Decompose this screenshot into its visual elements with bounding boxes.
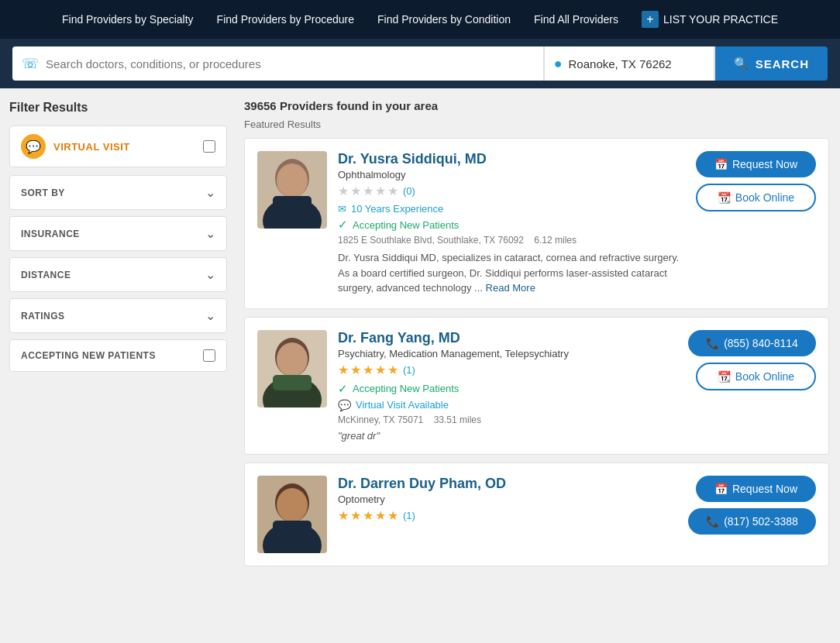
email-icon-1: ✉ — [338, 203, 346, 215]
main-layout: Filter Results 💬 VIRTUAL VISIT SORT BY ⌄… — [0, 88, 840, 643]
book-online-button-2[interactable]: 📆 Book Online — [696, 363, 816, 390]
provider-name-1[interactable]: Dr. Yusra Siddiqui, MD — [338, 151, 681, 167]
accepting-checkbox[interactable] — [203, 349, 215, 362]
star-4: ★ — [375, 184, 386, 198]
nav-find-condition[interactable]: Find Providers by Condition — [377, 13, 511, 26]
star-1: ★ — [338, 363, 349, 377]
provider-actions-1: 📅 Request Now 📆 Book Online — [692, 151, 816, 296]
check-icon-2: ✓ — [338, 382, 348, 396]
star-3: ★ — [363, 184, 374, 198]
star-1: ★ — [338, 508, 349, 523]
star-3: ★ — [363, 363, 374, 377]
insurance-label: INSURANCE — [21, 229, 80, 239]
calendar-check-icon-2: 📆 — [718, 370, 731, 383]
nav-find-specialty[interactable]: Find Providers by Specialty — [62, 13, 194, 26]
star-2: ★ — [350, 508, 361, 523]
accepting-badge-2: ✓ Accepting New Patients — [338, 382, 677, 396]
provider-info-3: Dr. Darren Duy Pham, OD Optometry ★ ★ ★ … — [338, 476, 677, 553]
provider-specialty-1: Ophthalmology — [338, 169, 681, 181]
star-2: ★ — [350, 184, 361, 198]
request-now-button-3[interactable]: 📅 Request Now — [696, 476, 816, 502]
book-online-button-1[interactable]: 📆 Book Online — [696, 184, 816, 211]
read-more-1[interactable]: ... Read More — [474, 282, 535, 294]
review-count-2: (1) — [403, 364, 415, 376]
provider-card-1: Dr. Yusra Siddiqui, MD Ophthalmology ★ ★… — [244, 138, 829, 309]
provider-stars-3: ★ ★ ★ ★ ★ (1) — [338, 508, 677, 523]
filter-distance[interactable]: DISTANCE ⌄ — [9, 257, 227, 292]
insurance-chevron-icon: ⌄ — [205, 226, 215, 241]
provider-photo-3 — [257, 476, 327, 553]
provider-quote-2: "great dr" — [338, 430, 677, 442]
calendar-icon-1: 📅 — [714, 158, 728, 170]
filter-virtual-visit[interactable]: 💬 VIRTUAL VISIT — [9, 126, 227, 167]
provider-photo-1 — [257, 151, 327, 229]
location-pin-icon: ● — [554, 56, 563, 72]
star-3: ★ — [363, 508, 374, 523]
virtual-text-2: Virtual Visit Available — [356, 399, 449, 411]
location-input[interactable] — [569, 57, 704, 70]
calendar-check-icon-1: 📆 — [718, 191, 731, 204]
svg-point-7 — [277, 342, 308, 377]
provider-info-1: Dr. Yusra Siddiqui, MD Ophthalmology ★ ★… — [338, 151, 681, 296]
request-now-button-1[interactable]: 📅 Request Now — [696, 151, 816, 177]
filter-accepting-new-patients: ACCEPTING NEW PATIENTS — [9, 339, 227, 372]
phone-icon-3: 📞 — [706, 515, 719, 528]
nav-find-all[interactable]: Find All Providers — [534, 13, 618, 26]
provider-photo-2 — [257, 330, 327, 407]
star-4: ★ — [375, 508, 386, 523]
search-icon: 🔍 — [734, 57, 749, 70]
filter-title: Filter Results — [9, 101, 227, 115]
filter-ratings[interactable]: RATINGS ⌄ — [9, 298, 227, 333]
phone-button-3[interactable]: 📞 (817) 502-3388 — [688, 508, 816, 535]
ratings-label: RATINGS — [21, 311, 65, 322]
review-count-3: (1) — [403, 510, 415, 521]
provider-name-3[interactable]: Dr. Darren Duy Pham, OD — [338, 476, 677, 492]
experience-badge-1: ✉ 10 Years Experience — [338, 203, 681, 215]
provider-specialty-2: Psychiatry, Medication Management, Telep… — [338, 348, 677, 359]
nav-list-practice[interactable]: + LIST YOUR PRACTICE — [642, 11, 778, 28]
results-count: 39656 Providers found in your area — [244, 99, 829, 112]
virtual-badge-2: 💬 Virtual Visit Available — [338, 399, 677, 411]
virtual-visit-icon: 💬 — [21, 134, 46, 159]
phone-button-2[interactable]: 📞 (855) 840-8114 — [688, 330, 816, 356]
provider-address-2: McKinney, TX 75071 33.51 miles — [338, 414, 677, 425]
results-area: 39656 Providers found in your area Featu… — [236, 88, 840, 643]
filter-insurance[interactable]: INSURANCE ⌄ — [9, 216, 227, 251]
location-wrap: ● — [545, 46, 715, 81]
search-button[interactable]: 🔍 SEARCH — [715, 46, 828, 81]
distance-1: 6.12 miles — [534, 235, 577, 246]
accepting-text-2: Accepting New Patients — [353, 383, 459, 394]
review-count-1: (0) — [403, 185, 415, 197]
featured-label: Featured Results — [244, 119, 829, 130]
star-5: ★ — [387, 363, 398, 377]
svg-rect-14 — [273, 521, 312, 536]
sidebar: Filter Results 💬 VIRTUAL VISIT SORT BY ⌄… — [0, 88, 236, 643]
star-5: ★ — [387, 508, 398, 523]
experience-text-1: 10 Years Experience — [351, 203, 443, 215]
svg-point-12 — [277, 488, 308, 522]
search-input[interactable] — [46, 57, 534, 70]
check-icon-1: ✓ — [338, 218, 348, 232]
svg-rect-9 — [273, 375, 312, 390]
phone-icon-2: 📞 — [706, 337, 719, 349]
accepting-label: ACCEPTING NEW PATIENTS — [21, 350, 156, 361]
distance-2: 33.51 miles — [434, 414, 481, 425]
star-2: ★ — [350, 363, 361, 377]
filter-sort-by[interactable]: SORT BY ⌄ — [9, 175, 227, 210]
star-4: ★ — [375, 363, 386, 377]
top-navigation: Find Providers by Specialty Find Provide… — [0, 0, 840, 39]
plus-icon: + — [642, 11, 659, 28]
nav-find-procedure[interactable]: Find Providers by Procedure — [217, 13, 354, 26]
provider-card-3: Dr. Darren Duy Pham, OD Optometry ★ ★ ★ … — [244, 462, 829, 566]
virtual-visit-label: VIRTUAL VISIT — [53, 141, 195, 153]
star-5: ★ — [387, 184, 398, 198]
calendar-icon-3: 📅 — [714, 483, 728, 495]
provider-name-2[interactable]: Dr. Fang Yang, MD — [338, 330, 677, 346]
provider-desc-1: Dr. Yusra Siddiqui MD, specializes in ca… — [338, 250, 681, 296]
distance-chevron-icon: ⌄ — [205, 267, 215, 282]
virtual-visit-checkbox[interactable] — [203, 140, 215, 153]
provider-actions-3: 📅 Request Now 📞 (817) 502-3388 — [688, 476, 816, 553]
ratings-chevron-icon: ⌄ — [205, 308, 215, 323]
sort-by-chevron-icon: ⌄ — [205, 185, 215, 200]
svg-rect-4 — [273, 196, 312, 211]
